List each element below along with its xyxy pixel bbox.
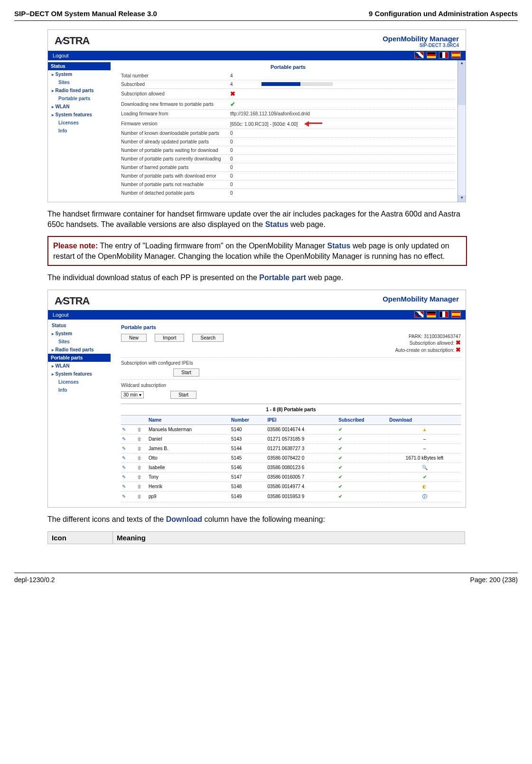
sidebar-item-status[interactable]: Status [52,321,118,330]
sidebar-nav: Status System Sites Radio fixed parts Po… [48,60,118,202]
portable-part-link: Portable part [259,274,306,282]
status-row: Number of portable parts waiting for dow… [121,146,455,154]
delete-icon[interactable]: 🗑 [137,484,142,489]
status-value: ✔ [230,101,235,108]
cell-subscribed: ✔ [337,424,388,434]
flag-fr-icon[interactable] [439,311,448,318]
col-name[interactable]: Name [148,415,230,424]
pp-main: Portable parts New Import Search PARK: 3… [118,320,466,507]
omm-title: OpenMobility Manager [383,35,459,43]
sidebar-item-info[interactable]: Info [52,386,118,394]
cell-ipei: 03586 0016005 7 [267,472,338,481]
table-row: ✎🗑Daniel514301271 0573185 9✔– [121,434,461,443]
col-download[interactable]: Download [388,415,461,424]
cell-subscribed: ✔ [337,481,388,491]
edit-icon[interactable]: ✎ [122,465,126,470]
edit-icon[interactable]: ✎ [122,484,126,489]
sidebar-item-sites[interactable]: Sites [52,338,118,346]
status-link: Status [265,220,289,228]
duration-select[interactable]: 30 min ▾ [121,391,144,398]
sidebar-item-portable-parts[interactable]: Portable parts [48,354,111,362]
x-icon: ✖ [456,346,461,353]
delete-icon[interactable]: 🗑 [137,494,142,499]
language-flags[interactable] [413,311,461,319]
status-value: 0 [230,131,233,136]
col-subscribed[interactable]: Subscribed [337,415,388,424]
flag-de-icon[interactable] [427,52,436,58]
sidebar-item-status[interactable]: Status [48,62,111,70]
flag-uk-icon[interactable] [414,311,424,318]
status-value: 0 [230,173,233,179]
status-value: tftp://192.168.112.109/aafon6xxd.dnld [230,111,310,116]
info-icon: ⓘ [422,494,427,499]
edit-icon[interactable]: ✎ [122,494,126,499]
status-value: [650c: 1.00.RC10] - [600d: 4.00] [230,120,322,127]
cell-download: 🔍 [388,462,461,472]
language-flags[interactable] [413,52,461,59]
logout-link[interactable]: Logout [53,312,69,318]
new-button[interactable]: New [121,334,147,342]
sidebar-item-wlan[interactable]: WLAN [52,362,118,370]
flag-uk-icon[interactable] [414,52,424,58]
scroll-up-icon[interactable]: ▴ [458,60,466,67]
icon-meaning-table: Icon Meaning [47,531,465,544]
delete-icon[interactable]: 🗑 [137,474,142,480]
sidebar-item-system-features[interactable]: System features [52,111,118,119]
sidebar-item-system-features[interactable]: System features [52,370,118,378]
delete-icon[interactable]: 🗑 [137,446,142,451]
pp-status-right: PARK: 31100303463747 Subscription allowe… [395,334,461,353]
sidebar-item-wlan[interactable]: WLAN [52,103,118,111]
delete-icon[interactable]: 🗑 [137,465,142,470]
delete-icon[interactable]: 🗑 [137,427,142,432]
import-button[interactable]: Import [155,334,184,342]
scroll-down-icon[interactable]: ▾ [458,195,466,202]
delete-icon[interactable]: 🗑 [137,455,142,461]
status-row: Number of portable parts with download e… [121,171,455,180]
cell-number: 5147 [230,472,266,481]
edit-icon[interactable]: ✎ [122,455,126,461]
edit-icon[interactable]: ✎ [122,474,126,480]
sidebar-item-portable-parts[interactable]: Portable parts [52,94,118,103]
cell-subscribed: ✔ [337,472,388,481]
flag-es-icon[interactable] [451,311,461,318]
omm-brand: OpenMobility Manager SIP-DECT 3.0RC4 [383,35,459,48]
search-button[interactable]: Search [192,334,224,342]
scroll-thumb[interactable] [458,67,466,105]
sidebar-item-system[interactable]: System [52,70,118,78]
flag-fr-icon[interactable] [439,52,448,58]
logout-link[interactable]: Logout [53,53,69,58]
sidebar-item-licenses[interactable]: Licenses [52,378,118,386]
download-link: Download [166,515,202,523]
cell-number: 5144 [230,443,266,453]
edit-icon[interactable]: ✎ [122,446,126,451]
flag-de-icon[interactable] [427,311,436,318]
sidebar-item-licenses[interactable]: Licenses [52,119,118,127]
check-icon: ✔ [338,494,342,499]
status-row: Loading firmware fromtftp://192.168.112.… [121,109,455,118]
flag-es-icon[interactable] [451,52,461,58]
progress-icon: ◐ [422,484,427,489]
delete-icon[interactable]: 🗑 [137,436,142,442]
edit-icon[interactable]: ✎ [122,436,126,442]
status-key: Number of already updated portable parts [121,139,230,144]
cell-download: ▲ [388,424,461,434]
start-button[interactable]: Start [170,391,196,399]
status-key: Subscribed [121,82,230,87]
status-row: Number of barred portable parts0 [121,163,455,171]
cell-download: ◐ [388,481,461,491]
cell-name: pp9 [148,491,230,502]
sidebar-item-radio-fixed-parts[interactable]: Radio fixed parts [52,346,118,354]
status-row: Number of portable parts not reachable0 [121,180,455,189]
start-button[interactable]: Start [173,368,199,377]
vertical-scrollbar[interactable]: ▴ ▾ [457,60,466,202]
sidebar-item-sites[interactable]: Sites [52,78,118,86]
sidebar-item-radio-fixed-parts[interactable]: Radio fixed parts [52,86,118,94]
col-ipei[interactable]: IPEI [267,415,338,424]
edit-icon[interactable]: ✎ [122,427,126,432]
dash-icon: – [423,436,426,442]
sidebar-item-info[interactable]: Info [52,127,118,135]
sidebar-item-system[interactable]: System [52,330,118,338]
status-value: 0 [230,182,233,187]
cell-subscribed: ✔ [337,462,388,472]
col-number[interactable]: Number [230,415,266,424]
